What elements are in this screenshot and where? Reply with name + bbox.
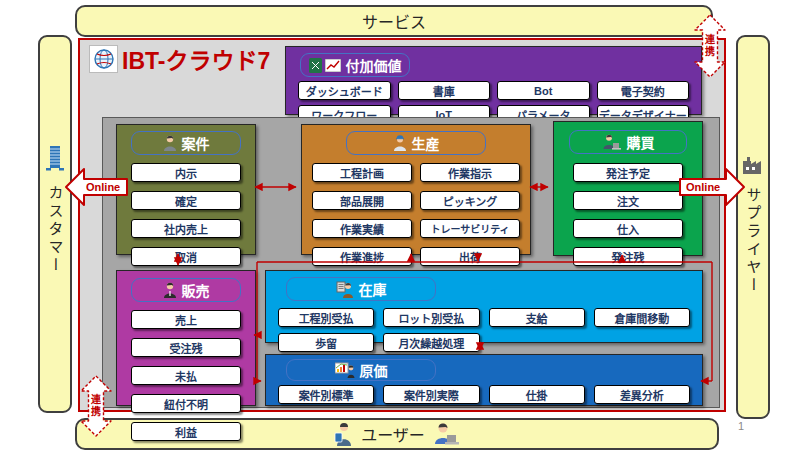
banner-supplier: サプライヤー [736,35,770,419]
section-sales: 販売 売上 受注残 未払 紐付不明 利益 [116,270,256,406]
section-added-value-header: 付加価値 [300,53,410,77]
banner-customer-label: カスタマー [45,185,66,275]
module-button[interactable]: 確定 [131,191,241,210]
businessman-icon [163,282,177,298]
chart-icon [325,59,341,72]
section-project-header: 案件 [131,131,241,155]
factory-icon [741,155,765,175]
module-button[interactable]: 売上 [131,310,241,329]
module-button[interactable]: 案件別実際 [383,385,479,404]
module-button[interactable]: 仕掛 [489,385,585,404]
module-button[interactable]: 倉庫間移動 [594,308,690,327]
module-button[interactable]: 差異分析 [594,385,690,404]
banner-service: サービス [75,5,713,37]
person-tablet-icon [333,422,353,446]
module-button[interactable]: 注文 [573,191,683,210]
module-button[interactable]: 書庫 [398,81,491,100]
module-button[interactable]: 仕入 [573,219,683,238]
main-system-box: IBT-クラウド7 付加価値 ダッシュボード 書庫 Bot 電子契約 ワークフロ… [78,38,726,412]
section-purchasing: 購買 発注予定 注文 仕入 発注残 [553,121,703,256]
module-button[interactable]: 歩留 [278,333,374,352]
module-button[interactable]: 利益 [131,422,241,441]
section-inventory-header: 在庫 [286,277,436,301]
section-purchasing-header: 購買 [569,130,687,154]
module-button[interactable]: 作業進捗 [312,247,412,266]
module-button[interactable]: 発注予定 [573,163,683,182]
module-button[interactable]: 未払 [131,366,241,385]
worker-icon [393,135,407,151]
banner-service-label: サービス [362,9,426,33]
module-button[interactable]: 受注残 [131,338,241,357]
module-button[interactable]: Bot [497,81,590,100]
module-button[interactable]: 作業実績 [312,219,412,238]
module-button[interactable]: 取消 [131,247,241,266]
module-button[interactable]: 電子契約 [597,81,690,100]
person-laptop-icon [602,134,622,150]
person-laptop-icon [433,422,461,446]
excel-icon [309,58,322,73]
module-button[interactable]: ダッシュボード [298,81,391,100]
modules-panel: 案件 内示 確定 社内売上 取消 履歴 生産 [102,117,720,408]
section-production: 生産 工程計画 作業指示 部品展開 ピッキング 作業実績 トレーサビリティ 作業… [301,124,531,255]
module-button[interactable]: 月次繰越処理 [383,333,479,352]
globe-logo-icon [89,45,118,73]
module-button[interactable]: 案件別標準 [278,385,374,404]
section-cost-header: 原価 [286,359,436,381]
page-number: 1 [738,420,744,432]
module-button[interactable]: 作業指示 [420,163,520,182]
slide: サービス カスタマー サプライヤー ユーザー IBT-クラウド7 [0,0,800,450]
module-button[interactable]: 紐付不明 [131,394,241,413]
section-project: 案件 内示 確定 社内売上 取消 履歴 [116,124,256,255]
building-icon [45,145,65,171]
banner-supplier-label: サプライヤー [743,187,764,295]
clipboard-person-icon [336,281,354,298]
banner-customer: カスタマー [38,35,72,413]
module-button[interactable]: ピッキング [420,191,520,210]
module-button[interactable]: ロット別受払 [383,308,479,327]
module-button[interactable]: 部品展開 [312,191,412,210]
section-sales-header: 販売 [131,278,241,302]
section-production-header: 生産 [346,131,486,155]
person-icon [163,135,177,151]
section-inventory: 在庫 工程別受払 ロット別受払 支給 倉庫間移動 歩留 月次繰越処理 [265,270,703,343]
module-button[interactable]: 工程別受払 [278,308,374,327]
module-button[interactable]: 出荷 [420,247,520,266]
module-button[interactable]: 工程計画 [312,163,412,182]
module-button[interactable]: トレーサビリティ [420,219,520,238]
section-added-value: 付加価値 ダッシュボード 書庫 Bot 電子契約 ワークフロー IoT パラメー… [285,46,702,115]
module-button[interactable]: 社内売上 [131,219,241,238]
banner-user-label: ユーザー [361,422,425,446]
module-button[interactable]: 内示 [131,163,241,182]
system-title: IBT-クラウド7 [122,42,270,76]
module-button[interactable]: 支給 [489,308,585,327]
section-cost: 原価 案件別標準 案件別実際 仕掛 差異分析 [265,354,703,406]
module-button[interactable]: 発注残 [573,247,683,266]
chart-person-icon [335,362,355,378]
